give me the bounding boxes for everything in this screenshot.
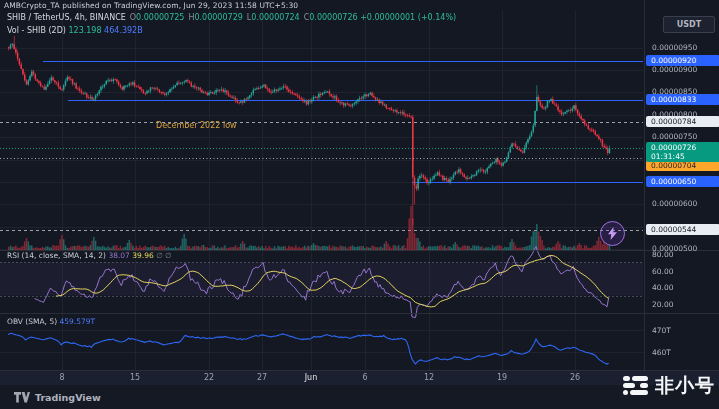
december-low-annotation[interactable]: December 2022 low (156, 121, 237, 130)
obv-axis-label: 470T (652, 326, 671, 335)
rsi-axis-label: 20.00 (652, 300, 673, 309)
symbol-title: SHIB / TetherUS, 4h, BINANCE (7, 13, 126, 22)
close-value: 0.00000726 (309, 13, 357, 22)
boost-lightning-icon[interactable] (600, 221, 625, 246)
rsi-legend[interactable]: RSI (14, close, SMA, 14, 2) 38.07 39.96 … (7, 251, 172, 260)
price-axis-badge-white: 0.00000544 (646, 224, 719, 235)
price-axis-label: 0.00000750 (652, 132, 697, 141)
low-value: 0.00000724 (251, 13, 299, 22)
rsi-axis-label: 80.00 (652, 250, 673, 259)
tradingview-logo[interactable]: TradingView (14, 392, 101, 403)
time-axis-label: 19 (497, 373, 507, 382)
feixiaohao-logo-icon (622, 372, 649, 399)
time-axis-label: 8 (59, 373, 64, 382)
price-axis-label: 0.00000900 (652, 65, 697, 74)
rsi-axis-label: 60.00 (652, 267, 673, 276)
obv-label: OBV (SMA, 5) (7, 317, 57, 326)
time-axis-label: 12 (424, 373, 434, 382)
price-axis-label: 0.00000950 (652, 43, 697, 52)
lightning-bolt-icon (607, 227, 618, 240)
rsi-ma-value: 39.96 (132, 251, 153, 260)
price-axis-badge-blue: 0.00000920 (646, 55, 719, 66)
time-axis-label: 6 (362, 373, 367, 382)
volume-label: Vol - SHIB (2D) (7, 26, 66, 35)
feixiaohao-watermark: 非小号 (622, 372, 715, 399)
time-axis-label: 22 (204, 373, 214, 382)
time-axis-label: 27 (257, 373, 267, 382)
price-axis-badge-white: 0.00000784 (646, 116, 719, 127)
rsi-axis-label: 40.00 (652, 283, 673, 292)
open-value: 0.00000725 (136, 13, 184, 22)
publisher-line: AMBCrypto_TA published on TradingView.co… (4, 1, 298, 10)
tradingview-chart-window: AMBCrypto_TA published on TradingView.co… (0, 0, 719, 409)
price-axis-badge-green: 0.0000072601:31:45 (646, 142, 719, 162)
currency-toggle-button[interactable]: USDT (663, 16, 715, 33)
symbol-legend[interactable]: SHIB / TetherUS, 4h, BINANCEO0.00000725H… (7, 13, 456, 22)
tradingview-logo-icon (14, 392, 30, 403)
volume-legend[interactable]: Vol - SHIB (2D) 123.198 464.392B (7, 26, 143, 35)
time-axis-label: 26 (570, 373, 580, 382)
volume-value: 123.198 (68, 26, 101, 35)
price-axis-label: 0.00000600 (652, 199, 697, 208)
volume-value-2: 464.392B (104, 26, 143, 35)
obv-axis-label: 460T (652, 348, 671, 357)
feixiaohao-watermark-text: 非小号 (655, 373, 715, 399)
rsi-value: 38.07 (108, 251, 129, 260)
rsi-empty-2: ∅ (165, 251, 172, 260)
high-value: 0.00000729 (194, 13, 242, 22)
price-axis-badge-blue: 0.00000833 (646, 94, 719, 105)
price-axis-badge-blue: 0.00000650 (646, 176, 719, 187)
obv-legend[interactable]: OBV (SMA, 5) 459.579T (7, 317, 95, 326)
rsi-label: RSI (14, close, SMA, 14, 2) (7, 251, 106, 260)
time-axis[interactable] (0, 370, 719, 386)
rsi-empty-1: ∅ (156, 251, 163, 260)
footer-bar: TradingView (0, 385, 719, 409)
time-axis-label: Jun (305, 373, 318, 382)
change-value: +0.00000001 (+0.14%) (360, 13, 456, 22)
obv-value: 459.579T (59, 317, 95, 326)
tradingview-brand-text: TradingView (35, 392, 101, 403)
chart-canvas[interactable] (0, 0, 719, 409)
time-axis-label: 15 (130, 373, 140, 382)
